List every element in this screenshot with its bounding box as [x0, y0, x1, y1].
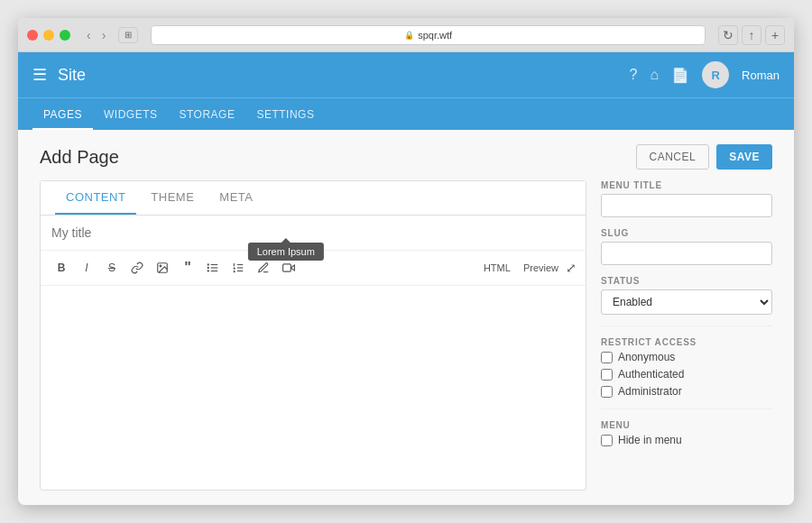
strikethrough-button[interactable]: S: [100, 256, 124, 280]
slug-input[interactable]: [601, 242, 772, 265]
maximize-window-button[interactable]: [60, 30, 70, 41]
administrator-label: Administrator: [618, 385, 682, 398]
page-header: Add Page CANCEL SAVE: [18, 130, 794, 180]
refresh-button[interactable]: ↻: [718, 25, 738, 45]
html-button[interactable]: HTML: [478, 261, 516, 275]
anonymous-checkbox-item[interactable]: Anonymous: [601, 351, 772, 363]
lock-icon: 🔒: [404, 31, 414, 40]
administrator-checkbox[interactable]: [601, 386, 613, 398]
title-input-wrapper: Lorem Ipsum: [41, 216, 586, 251]
subnav-settings[interactable]: SETTINGS: [245, 101, 325, 130]
hamburger-icon[interactable]: ☰: [32, 65, 47, 85]
menu-title-label: MENU TITLE: [601, 180, 772, 190]
title-input[interactable]: [51, 225, 575, 240]
authenticated-label: Authenticated: [618, 368, 684, 381]
new-tab-button[interactable]: +: [765, 25, 785, 45]
cancel-button[interactable]: CANCEL: [636, 144, 710, 170]
preview-button[interactable]: Preview: [518, 261, 564, 275]
anonymous-checkbox[interactable]: [601, 352, 613, 363]
svg-point-7: [208, 271, 208, 271]
hide-in-menu-checkbox[interactable]: [601, 435, 613, 446]
svg-rect-12: [283, 264, 291, 271]
share-button[interactable]: ↑: [742, 25, 761, 45]
menu-title-input[interactable]: [601, 194, 772, 217]
editor-section: CONTENT THEME META Lorem Ipsum B I S: [40, 180, 586, 491]
svg-point-6: [208, 267, 208, 268]
reader-view-button[interactable]: ⊞: [118, 27, 138, 43]
close-window-button[interactable]: [27, 30, 38, 41]
top-nav-actions: ? ⌂ 📄 R Roman: [630, 61, 780, 88]
subnav-widgets[interactable]: WIDGETS: [93, 101, 169, 130]
divider-2: [601, 408, 772, 409]
tab-content[interactable]: CONTENT: [55, 181, 136, 215]
help-icon[interactable]: ?: [630, 67, 638, 83]
browser-titlebar: ‹ › ⊞ 🔒 spqr.wtf ↻ ↑ +: [18, 18, 794, 52]
expand-button[interactable]: ⤢: [566, 261, 577, 275]
ol-button[interactable]: [226, 256, 250, 280]
page-title: Add Page: [40, 147, 119, 168]
tab-meta[interactable]: META: [208, 181, 263, 215]
browser-window: ‹ › ⊞ 🔒 spqr.wtf ↻ ↑ + ☰ Site ? ⌂ 📄: [18, 18, 794, 505]
address-bar[interactable]: 🔒 spqr.wtf: [151, 25, 706, 45]
status-select[interactable]: Enabled Disabled: [601, 289, 772, 315]
right-sidebar: MENU TITLE SLUG STATUS Enabled Disabled: [601, 180, 772, 491]
reader-icon: ⊞: [125, 30, 132, 40]
site-title: Site: [58, 66, 630, 85]
image-button[interactable]: [151, 256, 174, 280]
ul-button[interactable]: [201, 256, 225, 280]
main-area: Add Page CANCEL SAVE CONTENT THEME META: [18, 130, 794, 505]
subnav-pages[interactable]: PAGES: [32, 101, 93, 130]
back-button[interactable]: ‹: [83, 26, 95, 44]
browser-nav: ‹ ›: [83, 26, 109, 44]
editor-tabs: CONTENT THEME META: [41, 181, 586, 216]
administrator-checkbox-item[interactable]: Administrator: [601, 385, 772, 398]
status-group: STATUS Enabled Disabled: [601, 276, 772, 315]
svg-point-5: [208, 264, 208, 265]
restrict-access-checkboxes: Anonymous Authenticated Administrator: [601, 351, 772, 398]
slug-label: SLUG: [601, 228, 772, 238]
menu-title-group: MENU TITLE: [601, 180, 772, 217]
slug-group: SLUG: [601, 228, 772, 265]
page-actions: CANCEL SAVE: [636, 144, 772, 170]
sub-nav: PAGES WIDGETS STORAGE SETTINGS: [18, 97, 794, 130]
menu-group: MENU Hide in menu: [601, 420, 772, 446]
svg-marker-11: [291, 265, 294, 271]
restrict-access-label: RESTRICT ACCESS: [601, 337, 772, 347]
forward-button[interactable]: ›: [98, 26, 110, 44]
browser-actions: ↻ ↑ +: [718, 25, 785, 45]
user-name: Roman: [742, 69, 780, 82]
hide-in-menu-item[interactable]: Hide in menu: [601, 434, 772, 446]
menu-label: MENU: [601, 420, 772, 430]
svg-point-1: [160, 265, 161, 267]
lorem-tooltip: Lorem Ipsum: [248, 243, 324, 261]
content-area: CONTENT THEME META Lorem Ipsum B I S: [18, 180, 794, 505]
top-nav: ☰ Site ? ⌂ 📄 R Roman: [18, 52, 794, 97]
quote-button[interactable]: ": [176, 256, 199, 280]
authenticated-checkbox[interactable]: [601, 369, 613, 381]
link-button[interactable]: [125, 256, 149, 280]
minimize-window-button[interactable]: [43, 30, 54, 41]
divider-1: [601, 326, 772, 326]
restrict-access-group: RESTRICT ACCESS Anonymous Authenticated: [601, 337, 772, 398]
app: ☰ Site ? ⌂ 📄 R Roman PAGES WIDGETS STORA…: [18, 52, 794, 505]
anonymous-label: Anonymous: [618, 351, 675, 363]
save-button[interactable]: SAVE: [716, 144, 772, 170]
status-label: STATUS: [601, 276, 772, 286]
subnav-storage[interactable]: STORAGE: [168, 101, 245, 130]
editor-body[interactable]: [41, 286, 586, 490]
bold-button[interactable]: B: [50, 256, 73, 280]
home-icon[interactable]: ⌂: [650, 67, 659, 83]
document-icon[interactable]: 📄: [671, 67, 689, 84]
user-avatar[interactable]: R: [702, 61, 729, 88]
authenticated-checkbox-item[interactable]: Authenticated: [601, 368, 772, 381]
italic-button[interactable]: I: [75, 256, 98, 280]
url-text: spqr.wtf: [418, 30, 452, 41]
tab-theme[interactable]: THEME: [140, 181, 205, 215]
hide-in-menu-label: Hide in menu: [618, 434, 682, 446]
